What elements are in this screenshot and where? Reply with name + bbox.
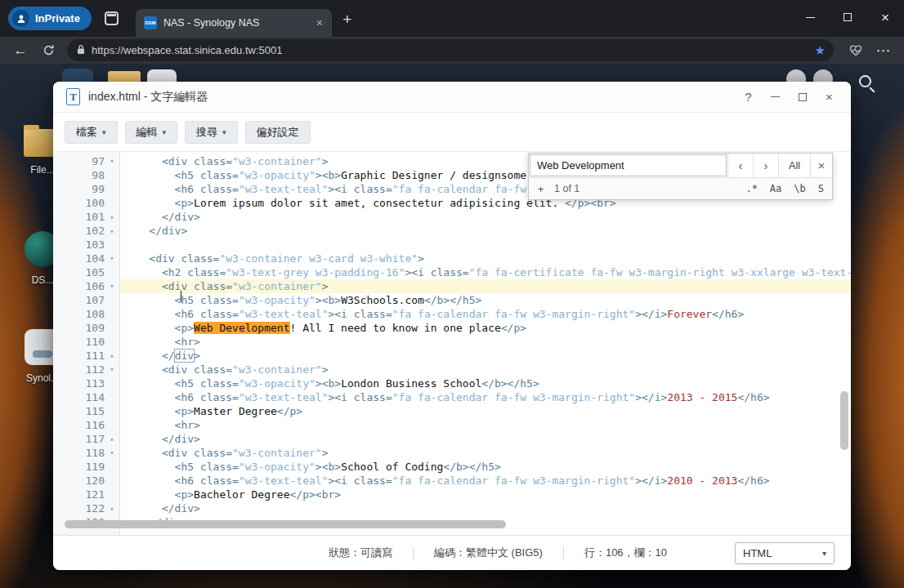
code-line-115[interactable]: <p>Master Degree</p>	[120, 404, 851, 418]
replace-expand-button[interactable]: +	[535, 183, 547, 195]
line-number: 98	[53, 168, 105, 182]
menu-preferences-label: 偏好設定	[257, 125, 299, 140]
tab-close-icon[interactable]: ×	[312, 16, 327, 30]
address-bar[interactable]: https://webspace.stat.sinica.edu.tw:5001…	[67, 39, 834, 61]
whole-word-toggle[interactable]: \b	[791, 182, 808, 195]
code-line-106[interactable]: <div class="w3-container">	[120, 279, 851, 293]
browser-tab[interactable]: DSM NAS - Synology NAS ×	[136, 9, 332, 37]
code-line-110[interactable]: <hr>	[120, 335, 851, 349]
gutter-row: 121	[53, 488, 119, 501]
browser-minimize-button[interactable]	[791, 0, 829, 34]
status-state: 狀態：可讀寫	[308, 546, 413, 560]
case-sensitive-toggle[interactable]: Aa	[768, 182, 784, 195]
gutter-row: 98	[53, 168, 119, 182]
gutter-row: 105	[53, 265, 119, 279]
code-line-111[interactable]: </div>	[120, 349, 851, 363]
code-line-122[interactable]: </div>	[120, 501, 851, 515]
regex-toggle[interactable]: .*	[743, 182, 759, 195]
line-number: 107	[53, 293, 105, 307]
search-match-counter: 1 of 1	[554, 183, 580, 194]
fold-marker-icon[interactable]: ▾	[105, 252, 119, 265]
refresh-button[interactable]	[34, 39, 62, 62]
menu-file[interactable]: 檔案▾	[65, 121, 118, 144]
gutter-row: 119	[53, 460, 119, 474]
fold-marker-icon[interactable]: ▴	[105, 349, 119, 363]
code-line-119[interactable]: <h5 class="w3-opacity"><b>School of Codi…	[120, 460, 851, 474]
find-next-button[interactable]: ›	[753, 154, 778, 177]
language-select[interactable]: HTML ▾	[735, 542, 835, 564]
line-number: 121	[53, 488, 105, 501]
editor-maximize-button[interactable]	[794, 88, 811, 105]
tab-title: NAS - Synology NAS	[163, 17, 312, 29]
editor-menubar: 檔案▾ 編輯▾ 搜尋▾ 偏好設定	[53, 113, 851, 151]
window-controls: ×	[791, 0, 904, 34]
line-number: 102	[53, 224, 105, 238]
back-button[interactable]: ←	[7, 39, 34, 62]
workspaces-icon[interactable]	[105, 11, 119, 25]
browser-close-button[interactable]: ×	[866, 0, 904, 34]
gutter-row: 116	[53, 418, 119, 432]
gutter-row: 99	[53, 182, 119, 196]
url-text[interactable]: https://webspace.stat.sinica.edu.tw:5001	[92, 44, 808, 56]
menu-file-label: 檔案	[76, 125, 97, 140]
settings-menu-icon[interactable]: ⋯	[870, 39, 897, 62]
fold-marker-icon[interactable]: ▴	[105, 501, 119, 515]
line-number: 105	[53, 265, 105, 279]
code-line-118[interactable]: <div class="w3-container">	[120, 446, 851, 460]
find-all-button[interactable]: All	[778, 154, 810, 177]
gutter: 97▾9899100101▴102▴103104▾105106▾10710810…	[53, 152, 120, 535]
menu-preferences[interactable]: 偏好設定	[245, 121, 311, 144]
code-line-114[interactable]: <h6 class="w3-text-teal"><i class="fa fa…	[120, 390, 851, 404]
editor-close-button[interactable]: ×	[821, 88, 838, 105]
code-line-103[interactable]	[120, 238, 851, 252]
search-close-icon[interactable]: ×	[810, 154, 832, 177]
browser-maximize-button[interactable]	[829, 0, 866, 34]
find-previous-button[interactable]: ‹	[727, 154, 753, 177]
browser-essentials-icon[interactable]	[842, 39, 870, 62]
fold-marker-icon[interactable]: ▾	[105, 446, 119, 460]
code-line-121[interactable]: <p>Bachelor Degree</p><br>	[120, 488, 851, 501]
code-line-105[interactable]: <h2 class="w3-text-grey w3-padding-16"><…	[120, 265, 851, 279]
menu-search[interactable]: 搜尋▾	[185, 121, 238, 144]
line-number: 116	[53, 418, 105, 432]
code-line-107[interactable]: <h5 class="w3-opacity"><b>W3Schools.com<…	[120, 293, 851, 307]
search-input[interactable]	[530, 154, 727, 176]
gutter-row: 107	[53, 293, 119, 307]
code-line-116[interactable]: <hr>	[120, 418, 851, 432]
editor-minimize-button[interactable]	[767, 88, 784, 105]
vertical-scrollbar[interactable]	[840, 391, 848, 450]
code-line-104[interactable]: <div class="w3-container w3-card w3-whit…	[120, 252, 851, 265]
fold-marker-icon[interactable]: ▾	[105, 154, 119, 168]
code-line-113[interactable]: <h5 class="w3-opacity"><b>London Busines…	[120, 376, 851, 390]
fold-marker-icon[interactable]: ▾	[105, 363, 119, 376]
line-number: 104	[53, 252, 105, 265]
fold-marker-icon[interactable]: ▾	[105, 279, 119, 293]
code-line-117[interactable]: </div>	[120, 432, 851, 446]
code-line-109[interactable]: <p>Web Development! All I need to know i…	[120, 321, 851, 335]
gutter-row: 115	[53, 404, 119, 418]
favorite-star-icon[interactable]: ★	[815, 43, 826, 58]
fold-marker-icon[interactable]: ▴	[105, 210, 119, 224]
horizontal-scrollbar[interactable]	[65, 520, 506, 528]
code-area[interactable]: <div class="w3-container"> <h5 class="w3…	[120, 152, 851, 535]
menu-edit-label: 編輯	[136, 125, 158, 140]
code-line-120[interactable]: <h6 class="w3-text-teal"><i class="fa fa…	[120, 474, 851, 488]
search-icon[interactable]	[859, 75, 871, 87]
editor-titlebar[interactable]: T index.html - 文字編輯器 ? ×	[53, 82, 851, 113]
gutter-row: 111▴	[53, 349, 119, 363]
fold-marker-icon[interactable]: ▴	[105, 432, 119, 446]
selection-toggle[interactable]: S	[816, 182, 826, 195]
inprivate-label: InPrivate	[35, 12, 80, 24]
new-tab-button[interactable]: +	[335, 11, 360, 29]
inprivate-person-icon	[12, 10, 29, 27]
menu-edit[interactable]: 編輯▾	[125, 121, 178, 144]
code-line-101[interactable]: </div>	[120, 210, 851, 224]
code-line-108[interactable]: <h6 class="w3-text-teal"><i class="fa fa…	[120, 307, 851, 321]
help-icon[interactable]: ?	[740, 88, 757, 105]
fold-marker-icon[interactable]: ▴	[105, 224, 119, 238]
code-line-102[interactable]: </div>	[120, 224, 851, 238]
search-match-highlight: Web Development	[194, 322, 289, 334]
text-editor-window: T index.html - 文字編輯器 ? × 檔案▾ 編輯▾ 搜尋▾ 偏好設…	[53, 82, 851, 570]
code-line-112[interactable]: <div class="w3-container">	[120, 363, 851, 376]
gutter-row: 109	[53, 321, 119, 335]
